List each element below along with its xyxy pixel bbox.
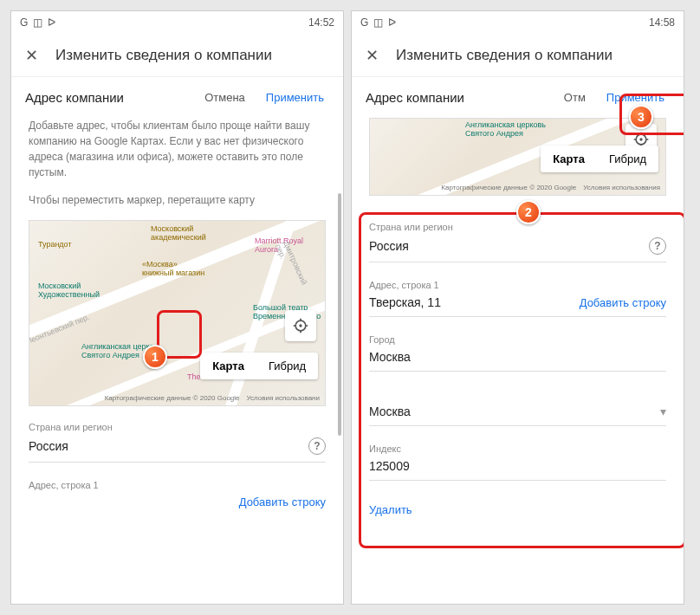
header: ✕ Изменить сведения о компании: [352, 34, 684, 77]
status-bar: G ◫ ᐅ 14:58: [352, 11, 684, 34]
phone-right: G ◫ ᐅ 14:58 ✕ Изменить сведения о компан…: [351, 10, 684, 605]
add-line-button[interactable]: Добавить строку: [580, 296, 666, 309]
addr1-label: Адрес, строка 1: [29, 480, 326, 490]
country-label: Страна или регион: [29, 422, 326, 432]
help-text-1: Добавьте адрес, чтобы клиентам было прощ…: [29, 118, 326, 180]
map-poi: Московский академический: [151, 224, 206, 242]
scrollbar[interactable]: [338, 193, 341, 436]
addr1-label: Адрес, строка 1: [369, 280, 666, 290]
map-tab-hybrid[interactable]: Гибрид: [597, 146, 658, 172]
help-text-2: Чтобы переместить маркер, перетащите кар…: [29, 192, 326, 208]
map-poi: Турандот: [38, 240, 72, 249]
country-value: Россия: [29, 439, 68, 453]
svg-point-2: [299, 324, 301, 327]
address-line-1-field[interactable]: Адрес, строка 1 Тверская, 11 Добавить ст…: [369, 280, 666, 317]
city-field[interactable]: Город Москва: [369, 334, 666, 372]
zip-label: Индекс: [369, 443, 666, 454]
phone-left: G ◫ ᐅ 14:52 ✕ Изменить сведения о компан…: [10, 10, 344, 605]
status-icon-a: ◫: [33, 16, 42, 29]
map-poi: «Москва» книжный магазин: [142, 260, 204, 277]
address-line-1-field[interactable]: Адрес, строка 1 Добавить строку: [29, 480, 326, 515]
status-time: 14:52: [308, 16, 334, 29]
section-title: Адрес компании: [25, 90, 189, 105]
annotation-badge-3: 3: [629, 105, 653, 129]
city-label: Город: [369, 334, 666, 345]
status-icon-g: G: [20, 16, 28, 29]
status-icon-g: G: [360, 16, 368, 29]
country-value: Россия: [369, 239, 409, 253]
map[interactable]: Англиканская церковь Святого Андрея Карт…: [369, 118, 666, 196]
svg-point-4: [639, 138, 642, 140]
map-tab-map[interactable]: Карта: [541, 146, 597, 172]
add-line-button[interactable]: Добавить строку: [239, 495, 326, 508]
region-field[interactable]: Москва ▾: [369, 389, 666, 426]
status-time: 14:58: [649, 16, 675, 29]
close-icon[interactable]: ✕: [366, 46, 379, 65]
cancel-button[interactable]: Отм: [559, 87, 591, 107]
zip-field[interactable]: Индекс 125009: [369, 443, 666, 481]
header: ✕ Изменить сведения о компании: [11, 34, 343, 77]
map-attribution: Картографические данные © 2020 Google Ус…: [105, 394, 320, 402]
map-tab-map[interactable]: Карта: [200, 353, 256, 379]
delete-button[interactable]: Удалить: [369, 498, 666, 521]
zip-value: 125009: [369, 459, 410, 473]
annotation-badge-1: 1: [143, 345, 167, 369]
status-icon-v: ᐅ: [388, 16, 396, 29]
section-title: Адрес компании: [366, 90, 548, 105]
status-bar: G ◫ ᐅ 14:52: [11, 11, 343, 34]
city-value: Москва: [369, 350, 411, 364]
region-value: Москва: [369, 405, 411, 418]
country-label: Страна или регион: [369, 222, 666, 232]
page-title: Изменить сведения о компании: [396, 47, 612, 64]
subheader: Адрес компании Отмена Применить: [11, 77, 343, 118]
locate-button[interactable]: [285, 310, 316, 341]
annotation-badge-2: 2: [516, 200, 541, 224]
cancel-button[interactable]: Отмена: [199, 87, 250, 107]
status-icon-a: ◫: [373, 16, 383, 29]
country-field[interactable]: Страна или регион Россия ?: [369, 222, 666, 262]
region-label: [369, 389, 666, 399]
addr1-value: Тверская, 11: [369, 295, 441, 309]
page-title: Изменить сведения о компании: [55, 47, 272, 64]
apply-button[interactable]: Применить: [261, 87, 329, 107]
map-type-toggle[interactable]: Карта Гибрид: [541, 146, 658, 172]
apply-button[interactable]: Применить: [601, 87, 670, 107]
content: Добавьте адрес, чтобы клиентам было прощ…: [11, 118, 343, 604]
map-poi: Англиканская церковь Святого Андрея: [465, 120, 546, 138]
map[interactable]: Московский академический Marriott Royal …: [29, 220, 326, 406]
chevron-down-icon: ▾: [660, 405, 666, 418]
country-field[interactable]: Страна или регион Россия ?: [29, 422, 326, 463]
content: Англиканская церковь Святого Андрея Карт…: [352, 118, 684, 604]
map-poi: Московский Художественный: [38, 282, 100, 299]
map-attribution: Картографические данные © 2020 Google Ус…: [441, 184, 660, 191]
help-icon[interactable]: ?: [308, 437, 326, 455]
map-tab-hybrid[interactable]: Гибрид: [256, 353, 318, 379]
help-icon[interactable]: ?: [649, 237, 666, 255]
status-icon-v: ᐅ: [48, 16, 55, 29]
close-icon[interactable]: ✕: [25, 46, 38, 65]
map-type-toggle[interactable]: Карта Гибрид: [200, 353, 318, 379]
